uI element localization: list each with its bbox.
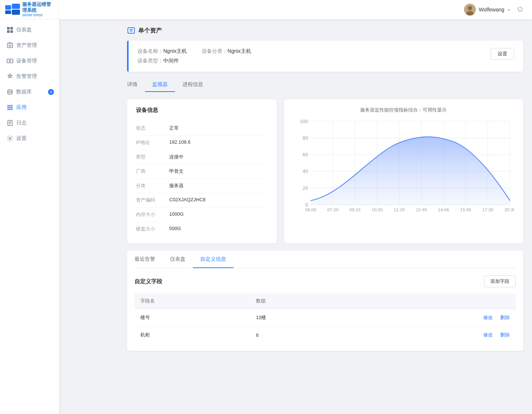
logo-text: 服务器运维管理系统 server emos xyxy=(22,1,54,17)
info-fields: 设备名称：Ngnix主机 设备分类：Ngnix主机 设备类型：中间件 xyxy=(137,48,251,64)
svg-rect-3 xyxy=(12,10,20,15)
availability-chart: 100 80 60 40 20 0 xyxy=(293,117,514,213)
col-actions xyxy=(347,293,516,309)
svg-text:09:15: 09:15 xyxy=(349,208,360,212)
add-field-button[interactable]: 添加字段 xyxy=(484,276,516,287)
edit-link-0[interactable]: 修改 xyxy=(483,315,493,320)
svg-rect-5 xyxy=(10,27,13,30)
device-row: 分类服务器 xyxy=(136,179,268,193)
sidebar-item-settings[interactable]: 设置 xyxy=(0,131,59,146)
svg-text:0: 0 xyxy=(305,202,308,208)
chart-area: 100 80 60 40 20 0 xyxy=(293,117,514,213)
svg-rect-33 xyxy=(128,28,134,33)
chart-panel: 服务器监性能控项指标综合：可用性显示 xyxy=(284,99,523,243)
table-row: 机柜 6 修改 删除 xyxy=(134,326,516,344)
svg-point-18 xyxy=(11,105,13,106)
device-row: 状态正常 xyxy=(136,121,268,136)
col-field-name: 字段名 xyxy=(134,293,250,309)
svg-text:80: 80 xyxy=(303,135,308,141)
svg-text:06:00: 06:00 xyxy=(305,208,317,212)
name-label: 设备名称： xyxy=(137,48,163,54)
tabs: 详情 监视器 进程信息 xyxy=(127,78,523,92)
svg-point-19 xyxy=(7,107,9,108)
delete-link-1[interactable]: 删除 xyxy=(500,332,510,338)
device-table: 状态正常IP地址192.108.6类型连接中厂商甲骨文分类服务器资产编码C02X… xyxy=(136,121,268,236)
device-row: 硬盘大小500G xyxy=(136,222,268,236)
custom-fields-header: 自定义字段 添加字段 xyxy=(134,276,516,287)
delete-link-0[interactable]: 删除 xyxy=(500,315,510,320)
svg-rect-2 xyxy=(12,4,20,9)
sidebar-item-devices[interactable]: 设备管理 xyxy=(0,53,59,69)
chevron-down-icon[interactable]: ▾ xyxy=(508,8,510,12)
tab-process[interactable]: 进程信息 xyxy=(175,78,211,92)
tab-detail[interactable]: 详情 xyxy=(127,78,145,92)
tab-monitor[interactable]: 监视器 xyxy=(145,78,175,92)
svg-rect-6 xyxy=(7,30,10,33)
sidebar: 服务器运维管理系统 server emos 仪表盘 资产管理 设备管理 告警管理… xyxy=(0,0,59,414)
svg-text:100: 100 xyxy=(300,119,308,124)
page-header: 单个资产 xyxy=(127,27,523,35)
sidebar-item-database[interactable]: 数据库 4 xyxy=(0,84,59,100)
svg-point-22 xyxy=(7,109,9,110)
svg-text:17:30: 17:30 xyxy=(482,208,494,212)
svg-rect-4 xyxy=(7,27,10,30)
bottom-section: 最近告警 仪表盘 自定义信息 自定义字段 添加字段 字段名 数据 楼号 12楼 … xyxy=(127,251,523,351)
svg-text:60: 60 xyxy=(303,152,308,158)
sidebar-item-assets[interactable]: 资产管理 xyxy=(0,38,59,53)
svg-point-31 xyxy=(468,6,472,10)
info-card: 设备名称：Ngnix主机 设备分类：Ngnix主机 设备类型：中间件 设置 xyxy=(127,41,523,72)
header: Wolfewang ▾ xyxy=(59,0,532,19)
svg-point-29 xyxy=(9,138,11,140)
svg-point-17 xyxy=(9,105,11,106)
custom-fields-title: 自定义字段 xyxy=(134,278,162,285)
category-value: Ngnix主机 xyxy=(228,48,251,54)
bottom-tab-custom[interactable]: 自定义信息 xyxy=(193,251,233,268)
svg-rect-0 xyxy=(5,5,11,10)
bottom-tab-alerts[interactable]: 最近告警 xyxy=(134,251,163,268)
category-label: 设备分类： xyxy=(202,48,228,54)
svg-point-23 xyxy=(9,109,11,110)
setting-button[interactable]: 设置 xyxy=(491,48,514,60)
sidebar-item-dashboard[interactable]: 仪表盘 xyxy=(0,22,59,38)
svg-text:12:45: 12:45 xyxy=(416,208,427,212)
svg-rect-1 xyxy=(5,10,11,14)
bottom-tabs: 最近告警 仪表盘 自定义信息 xyxy=(134,251,516,268)
name-value: Ngnix主机 xyxy=(163,48,187,54)
device-row: 内存大小1000G xyxy=(136,208,268,222)
svg-text:20:30: 20:30 xyxy=(504,208,514,212)
info-row-1: 设备名称：Ngnix主机 设备分类：Ngnix主机 xyxy=(137,48,251,55)
svg-point-20 xyxy=(9,107,11,108)
svg-point-15 xyxy=(8,90,12,91)
edit-link-1[interactable]: 修改 xyxy=(483,332,493,338)
col-data: 数据 xyxy=(250,293,347,309)
table-row: 楼号 12楼 修改 删除 xyxy=(134,309,516,326)
device-info-panel: 设备信息 状态正常IP地址192.108.6类型连接中厂商甲骨文分类服务器资产编… xyxy=(127,99,277,243)
svg-rect-8 xyxy=(7,43,13,48)
info-row-2: 设备类型：中间件 xyxy=(137,58,251,64)
svg-point-24 xyxy=(11,109,13,110)
avatar xyxy=(464,4,476,16)
username: Wolfewang xyxy=(479,7,504,13)
svg-text:10:20: 10:20 xyxy=(371,208,383,212)
svg-text:40: 40 xyxy=(303,169,308,174)
type-label: 设备类型： xyxy=(137,58,163,64)
custom-table: 字段名 数据 楼号 12楼 修改 删除 机柜 6 修改 删除 xyxy=(134,293,516,343)
main-content: 单个资产 设备名称：Ngnix主机 设备分类：Ngnix主机 设备类型：中间件 … xyxy=(118,19,532,414)
sidebar-item-logs[interactable]: 日志 xyxy=(0,115,59,131)
power-icon[interactable] xyxy=(517,6,523,13)
svg-text:15:45: 15:45 xyxy=(460,208,471,212)
svg-text:14:06: 14:06 xyxy=(438,208,449,212)
device-row: 厂商甲骨文 xyxy=(136,164,268,179)
sidebar-nav: 仪表盘 资产管理 设备管理 告警管理 数据库 4 应用 xyxy=(0,19,59,146)
logo: 服务器运维管理系统 server emos xyxy=(0,0,59,19)
bottom-tab-dashboards[interactable]: 仪表盘 xyxy=(163,251,193,268)
page-header-icon xyxy=(127,27,135,35)
device-row: 类型连接中 xyxy=(136,150,268,164)
sidebar-item-alerts[interactable]: 告警管理 xyxy=(0,69,59,84)
device-panel-title: 设备信息 xyxy=(136,107,268,114)
database-badge: 4 xyxy=(48,89,54,95)
svg-text:11:20: 11:20 xyxy=(393,208,405,212)
content-grid: 设备信息 状态正常IP地址192.108.6类型连接中厂商甲骨文分类服务器资产编… xyxy=(127,99,523,243)
svg-text:20: 20 xyxy=(303,185,308,191)
sidebar-item-apps[interactable]: 应用 xyxy=(0,100,59,115)
